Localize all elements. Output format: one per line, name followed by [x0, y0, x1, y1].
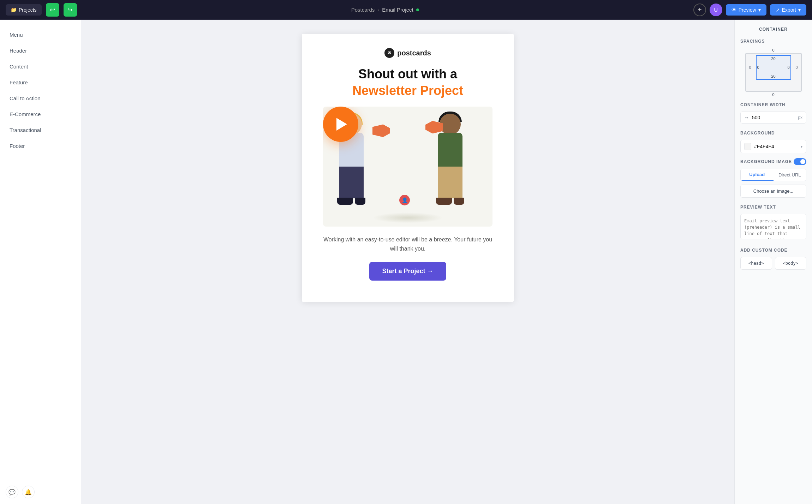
play-triangle-icon [336, 118, 347, 131]
email-body-text: Working with an easy-to-use editor will … [323, 235, 492, 253]
custom-code-row: <head> <body> [740, 257, 806, 270]
sidebar-item-header[interactable]: Header [0, 43, 81, 59]
width-value[interactable]: 500 [752, 115, 795, 120]
background-row[interactable]: #F4F4F4 ▾ [740, 140, 806, 153]
character-right [429, 114, 485, 227]
sidebar-item-label: Header [10, 48, 27, 54]
logo-icon: ✉ [384, 48, 394, 58]
body-code-button[interactable]: <body> [775, 257, 807, 270]
bg-color-value[interactable]: #F4F4F4 [754, 144, 798, 149]
custom-code-label: ADD CUSTOM CODE [740, 248, 806, 253]
dropdown-arrow-icon[interactable]: ▾ [801, 145, 802, 149]
head-code-button[interactable]: <head> [740, 257, 772, 270]
char-pants-right [438, 167, 462, 198]
spacing-top-inner-val: 20 [771, 56, 775, 61]
chat-icon: 💬 [8, 489, 16, 496]
color-swatch[interactable] [744, 143, 751, 150]
preview-button[interactable]: 👁 Preview ▾ [726, 4, 766, 16]
redo-button[interactable]: ↪ [64, 3, 77, 17]
sidebar-item-footer[interactable]: Footer [0, 138, 81, 154]
export-label: Export [782, 7, 796, 13]
sidebar-item-label: Feature [10, 79, 28, 85]
char-shoes-left [337, 198, 353, 205]
breadcrumb: Postcards › Email Project [81, 7, 689, 13]
width-row[interactable]: ↔ 500 px [740, 112, 806, 124]
topbar-right: + U 👁 Preview ▾ ↗ Export ▾ [693, 4, 806, 16]
sidebar-item-label: Transactional [10, 127, 41, 133]
spacing-side-row-top: 0 20 0 0 20 0 [747, 55, 800, 80]
bg-image-label: BACKGROUND IMAGE [740, 159, 792, 164]
container-width-label: CONTAINER WIDTH [740, 102, 806, 107]
char-pants-left [339, 167, 364, 198]
play-button-container[interactable] [323, 107, 358, 142]
play-circle[interactable] [323, 107, 358, 142]
undo-button[interactable]: ↩ [46, 3, 59, 17]
spacing-inner-box: 20 0 0 20 [756, 55, 791, 80]
email-logo: ✉ postcards [323, 48, 492, 58]
sidebar-item-menu[interactable]: Menu [0, 27, 81, 43]
export-dropdown-icon: ▾ [798, 7, 801, 13]
spacing-middle-row: 0 0 [757, 65, 790, 70]
sidebar-item-content[interactable]: Content [0, 59, 81, 74]
preview-text-label: PREVIEW TEXT [740, 205, 806, 210]
spacings-label: SPACINGS [740, 39, 806, 44]
dropdown-icon: ▾ [758, 7, 761, 13]
sidebar-item-label: Footer [10, 143, 25, 149]
background-image-row: BACKGROUND IMAGE [740, 158, 806, 165]
sidebar-item-label: E-Commerce [10, 111, 41, 117]
sidebar-item-feature[interactable]: Feature [0, 74, 81, 90]
breadcrumb-sep: › [377, 7, 379, 13]
folder-icon: 📁 [11, 7, 17, 13]
email-preview: ✉ postcards Shout out with a Newsletter … [302, 34, 514, 302]
sidebar-item-transactional[interactable]: Transactional [0, 122, 81, 138]
sidebar-item-label: Content [10, 64, 28, 70]
logo-text: postcards [397, 49, 431, 57]
background-label: BACKGROUND [740, 131, 806, 136]
preview-text-input[interactable] [740, 214, 806, 239]
spacing-bottom-outer-val: 0 [772, 92, 774, 97]
right-panel: CONTAINER SPACINGS 0 0 20 0 0 20 0 [734, 20, 812, 504]
char-shoes-right [436, 198, 452, 205]
projects-button[interactable]: 📁 Projects [6, 4, 42, 16]
sidebar-item-call-to-action[interactable]: Call to Action [0, 90, 81, 106]
choose-image-button[interactable]: Choose an Image... [740, 185, 806, 198]
preview-label: Preview [739, 7, 756, 13]
bg-image-tabs: Upload Direct URL [740, 169, 806, 181]
direct-url-tab[interactable]: Direct URL [774, 169, 806, 181]
char-torso-right [438, 133, 462, 168]
bell-icon: 🔔 [25, 489, 32, 496]
megaphone-left [372, 124, 390, 137]
add-button[interactable]: + [693, 4, 706, 16]
char-shoes-left2 [355, 198, 365, 205]
email-headline-line2: Newsletter Project [323, 83, 492, 98]
chat-button[interactable]: 💬 [6, 486, 18, 498]
export-arrow-icon: ↗ [776, 7, 780, 13]
breadcrumb-parent[interactable]: Postcards [351, 7, 375, 13]
topbar: 📁 Projects ↩ ↪ Postcards › Email Project… [0, 0, 812, 20]
redo-icon: ↪ [67, 6, 73, 14]
eye-icon: 👁 [732, 7, 736, 13]
spacing-right-outer-val: 0 [794, 65, 800, 70]
email-content: ✉ postcards Shout out with a Newsletter … [302, 34, 514, 302]
width-unit: px [798, 115, 802, 120]
breadcrumb-current: Email Project [382, 7, 413, 13]
container-label: CONTAINER [740, 27, 806, 32]
sidebar-item-ecommerce[interactable]: E-Commerce [0, 106, 81, 122]
notification-button[interactable]: 🔔 [22, 486, 35, 498]
bg-image-toggle[interactable] [794, 158, 806, 165]
main-layout: Menu Header Content Feature Call to Acti… [0, 20, 812, 504]
status-dot [416, 8, 419, 11]
video-illustration[interactable]: 👤 [323, 107, 492, 227]
resize-icon: ↔ [744, 115, 749, 120]
spacing-top-outer-val: 0 [772, 48, 774, 52]
avatar: U [710, 4, 722, 16]
upload-tab[interactable]: Upload [741, 169, 774, 181]
undo-icon: ↩ [50, 6, 55, 14]
canvas-area: ✉ postcards Shout out with a Newsletter … [81, 20, 734, 504]
export-button[interactable]: ↗ Export ▾ [770, 4, 806, 16]
spacing-outer-box: 0 20 0 0 20 0 [745, 53, 802, 92]
spacing-left-outer-val: 0 [747, 65, 753, 70]
cta-button[interactable]: Start a Project → [369, 262, 446, 281]
char-shoes-right2 [454, 198, 464, 205]
sidebar-item-label: Call to Action [10, 95, 41, 101]
